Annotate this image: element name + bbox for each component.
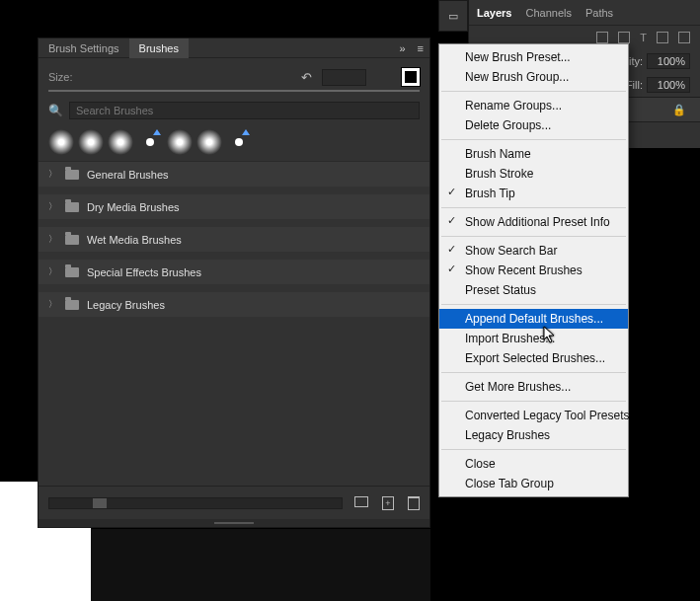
menu-item[interactable]: Import Brushes... [439, 329, 628, 348]
folder-dry-media-brushes[interactable]: 〉 Dry Media Brushes [39, 194, 429, 220]
menu-item[interactable]: Brush Tip [439, 184, 628, 203]
fill-value[interactable]: 100% [647, 77, 690, 93]
menu-separator [441, 236, 626, 237]
menu-item[interactable]: Show Search Bar [439, 241, 628, 261]
filter-shape-icon[interactable] [657, 32, 668, 43]
tab-paths[interactable]: Paths [585, 7, 613, 19]
tab-channels[interactable]: Channels [525, 7, 571, 19]
chevron-right-icon: 〉 [48, 168, 57, 181]
brush-preview-swatch[interactable] [402, 68, 420, 86]
filter-adjust-icon[interactable] [618, 32, 630, 43]
menu-separator [441, 207, 626, 208]
size-row: Size: ↶ [39, 58, 429, 90]
menu-item[interactable]: Rename Groups... [439, 96, 628, 115]
menu-separator [441, 91, 626, 92]
menu-item[interactable]: Converted Legacy Tool Presets [439, 406, 628, 425]
folder-label: Wet Media Brushes [87, 234, 182, 246]
size-slider[interactable] [48, 90, 420, 92]
canvas-dark-area [91, 529, 430, 601]
recent-brush-2[interactable] [78, 129, 104, 155]
menu-item[interactable]: New Brush Preset... [439, 47, 628, 67]
new-brush-icon[interactable] [382, 496, 394, 510]
menu-item[interactable]: Preset Status [439, 280, 628, 300]
folder-legacy-brushes[interactable]: 〉 Legacy Brushes [39, 292, 429, 318]
layers-tabs: Layers Channels Paths [469, 0, 700, 26]
horizontal-scrollbar[interactable] [48, 497, 343, 509]
brushes-panel-flyout-menu: New Brush Preset...New Brush Group...Ren… [438, 43, 629, 497]
menu-item[interactable]: Append Default Brushes... [439, 309, 628, 329]
folder-label: Special Effects Brushes [87, 266, 201, 278]
recent-brush-3[interactable] [108, 129, 133, 155]
menu-item[interactable]: Export Selected Brushes... [439, 348, 628, 368]
folder-label: Dry Media Brushes [87, 201, 180, 213]
menu-separator [441, 139, 626, 140]
panel-menu-icon[interactable]: ≡ [412, 42, 429, 54]
panel-footer [39, 486, 429, 519]
menu-separator [441, 401, 626, 402]
menu-item[interactable]: Legacy Brushes [439, 425, 628, 445]
chevron-right-icon: 〉 [48, 265, 57, 278]
menu-separator [441, 304, 626, 305]
filter-smart-icon[interactable] [678, 32, 690, 43]
folder-icon [65, 300, 79, 310]
folder-icon [65, 202, 79, 212]
chevron-right-icon: 〉 [48, 233, 57, 246]
tab-brush-settings[interactable]: Brush Settings [39, 38, 129, 58]
panel-resize-handle[interactable] [39, 519, 429, 527]
reset-icon[interactable]: ↶ [301, 70, 312, 85]
folder-general-brushes[interactable]: 〉 General Brushes [39, 162, 429, 188]
recent-brushes-row [39, 125, 429, 162]
dock-chat-icon[interactable]: ▭ [438, 0, 468, 32]
menu-item[interactable]: Close [439, 454, 628, 474]
collapse-panel-icon[interactable]: » [393, 42, 411, 54]
menu-item[interactable]: Get More Brushes... [439, 377, 628, 397]
size-input[interactable] [322, 69, 366, 86]
menu-separator [441, 449, 626, 450]
recent-brush-4[interactable] [137, 129, 163, 155]
recent-brush-7[interactable] [226, 129, 252, 155]
search-row: 🔍 [39, 102, 429, 125]
folder-icon [65, 267, 79, 277]
opacity-value[interactable]: 100% [647, 53, 690, 69]
menu-item[interactable]: Brush Name [439, 144, 628, 164]
folder-wet-media-brushes[interactable]: 〉 Wet Media Brushes [39, 227, 429, 253]
menu-item[interactable]: Show Recent Brushes [439, 261, 628, 280]
menu-item[interactable]: Show Additional Preset Info [439, 212, 628, 232]
recent-brush-5[interactable] [167, 129, 193, 155]
menu-item[interactable]: Brush Stroke [439, 164, 628, 184]
chevron-right-icon: 〉 [48, 298, 57, 311]
folder-special-effects-brushes[interactable]: 〉 Special Effects Brushes [39, 260, 429, 285]
folder-icon [65, 235, 79, 245]
lock-icon[interactable]: 🔒 [672, 104, 686, 116]
recent-brush-1[interactable] [48, 129, 74, 155]
folder-icon [65, 170, 79, 180]
tab-layers[interactable]: Layers [477, 7, 511, 19]
tab-brushes[interactable]: Brushes [129, 38, 189, 58]
recent-brush-6[interactable] [196, 129, 222, 155]
menu-item[interactable]: Close Tab Group [439, 474, 628, 493]
menu-separator [441, 372, 626, 373]
filter-pixel-icon[interactable] [596, 32, 608, 43]
chevron-right-icon: 〉 [48, 200, 57, 213]
brush-folder-list: 〉 General Brushes 〉 Dry Media Brushes 〉 … [39, 162, 429, 486]
size-label: Size: [48, 71, 72, 83]
search-input[interactable] [69, 102, 420, 119]
filter-type-icon[interactable]: T [640, 32, 647, 43]
menu-item[interactable]: New Brush Group... [439, 67, 628, 87]
folder-label: General Brushes [87, 169, 169, 181]
new-group-icon[interactable] [354, 496, 368, 507]
panel-tabs: Brush Settings Brushes » ≡ [39, 38, 429, 58]
delete-icon[interactable] [408, 496, 420, 510]
brushes-panel: Brush Settings Brushes » ≡ Size: ↶ 🔍 〉 G… [38, 38, 430, 528]
menu-item[interactable]: Delete Groups... [439, 115, 628, 135]
search-icon: 🔍 [48, 104, 63, 117]
folder-label: Legacy Brushes [87, 299, 165, 311]
